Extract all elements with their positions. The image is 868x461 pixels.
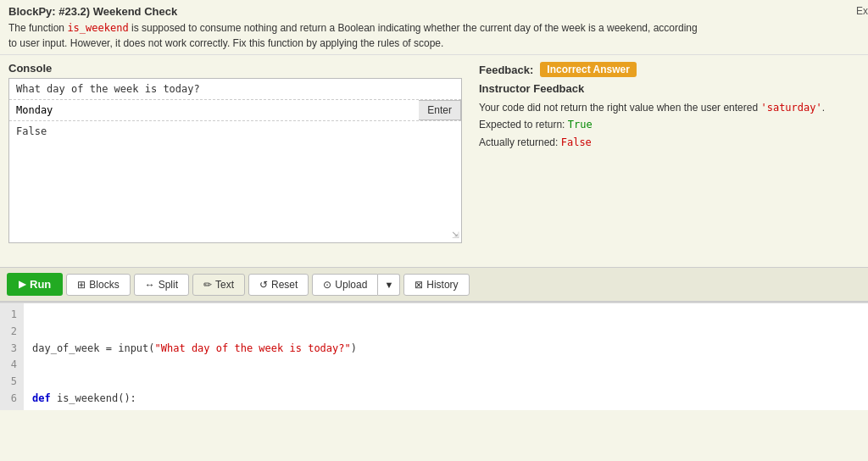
header: BlockPy: #23.2) Weekend Check The functi… — [0, 0, 868, 55]
line-num-3: 3 — [7, 341, 17, 358]
resize-handle[interactable]: ⇲ — [453, 227, 459, 241]
console-section: Console What day of the week is today? E… — [0, 55, 470, 267]
line-num-4: 4 — [7, 357, 17, 374]
blocks-button[interactable]: ⊞ Blocks — [66, 274, 130, 296]
feedback-message: Your code did not return the right value… — [479, 99, 860, 151]
line-num-2: 2 — [7, 324, 17, 341]
upload-button[interactable]: ⊙ Upload — [312, 274, 378, 296]
code-line-2: def is_weekend(): — [32, 391, 860, 408]
actual-prefix: Actually returned: — [479, 136, 561, 148]
msg-prefix: Your code did not return the right value… — [479, 102, 760, 114]
enter-button[interactable]: Enter — [419, 100, 461, 120]
blocks-label: Blocks — [89, 279, 119, 291]
upload-icon: ⊙ — [323, 279, 331, 291]
code-content[interactable]: day_of_week = input("What day of the wee… — [24, 303, 868, 410]
line-num-7: 7 — [7, 408, 17, 410]
expected-value: True — [568, 119, 593, 131]
feedback-header: Feedback: Incorrect Answer — [479, 62, 860, 77]
code-section: 1 2 3 4 5 6 7 day_of_week = input("What … — [0, 303, 868, 410]
feedback-label: Feedback: — [479, 64, 533, 76]
console-output: False — [9, 121, 461, 142]
text-label: Text — [215, 279, 234, 291]
console-box: What day of the week is today? Enter Fal… — [8, 78, 462, 243]
reset-label: Reset — [271, 279, 298, 291]
actual-value: False — [561, 136, 592, 148]
run-button[interactable]: ▶ Run — [7, 273, 63, 296]
test-input: 'saturday' — [760, 102, 821, 114]
expected-prefix: Expected to return: — [479, 119, 568, 131]
page-title: BlockPy: #23.2) Weekend Check — [8, 5, 860, 18]
description: The function is_weekend is supposed to c… — [8, 20, 704, 51]
console-input[interactable] — [9, 101, 419, 119]
upload-group: ⊙ Upload ▼ — [312, 274, 400, 296]
code-line-1: day_of_week = input("What day of the wee… — [32, 341, 860, 358]
function-name: is_weekend — [67, 22, 128, 34]
console-input-row: Enter — [9, 100, 461, 121]
ex-label: Ex — [856, 5, 868, 17]
blocks-icon: ⊞ — [77, 279, 86, 291]
toolbar: ▶ Run ⊞ Blocks ↔ Split ✏ Text ↺ Reset ⊙ … — [0, 267, 868, 303]
console-prompt: What day of the week is today? — [9, 79, 461, 100]
text-button[interactable]: ✏ Text — [192, 274, 245, 296]
reset-button[interactable]: ↺ Reset — [248, 274, 309, 296]
line-numbers: 1 2 3 4 5 6 7 — [0, 303, 24, 410]
history-button[interactable]: ⊠ History — [403, 274, 469, 296]
upload-dropdown[interactable]: ▼ — [378, 274, 400, 296]
split-button[interactable]: ↔ Split — [134, 274, 189, 296]
main-area: Console What day of the week is today? E… — [0, 55, 868, 267]
instructor-feedback-title: Instructor Feedback — [479, 82, 860, 95]
split-label: Split — [159, 279, 178, 291]
feedback-section: Feedback: Incorrect Answer Instructor Fe… — [470, 55, 868, 267]
line-num-5: 5 — [7, 374, 17, 391]
line-num-1: 1 — [7, 307, 17, 324]
split-icon: ↔ — [145, 279, 155, 291]
desc-prefix: The function — [8, 22, 67, 34]
feedback-badge: Incorrect Answer — [540, 62, 637, 77]
console-label: Console — [8, 62, 462, 75]
reset-icon: ↺ — [259, 279, 268, 291]
run-label: Run — [30, 278, 51, 291]
play-icon: ▶ — [19, 279, 25, 290]
history-label: History — [426, 279, 458, 291]
pencil-icon: ✏ — [203, 279, 212, 291]
history-icon: ⊠ — [415, 279, 423, 291]
upload-label: Upload — [335, 279, 367, 291]
line-num-6: 6 — [7, 391, 17, 408]
msg-suffix: . — [822, 102, 825, 114]
